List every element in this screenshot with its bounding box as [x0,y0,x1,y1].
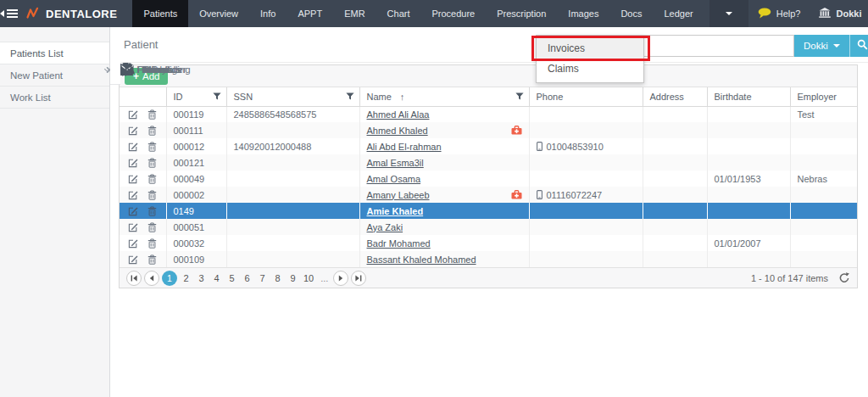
edit-icon[interactable] [128,109,138,120]
pager-last-button[interactable] [351,271,366,286]
edit-icon[interactable] [128,174,138,184]
column-header-birthdate[interactable]: Birthdate [707,87,790,106]
patient-name-link[interactable]: Aya Zaki [367,222,403,232]
pager-page-8[interactable]: 8 [271,273,284,283]
trash-icon[interactable] [147,109,157,120]
edit-icon[interactable] [128,158,138,168]
edit-icon[interactable] [128,206,138,216]
table-row-aya-zaki[interactable]: 000051Aya Zaki [120,219,857,235]
edit-icon[interactable] [128,190,138,200]
help-button[interactable]: Help? [748,8,810,20]
pager-prev-button[interactable] [144,271,159,286]
column-header-phone[interactable]: Phone [529,87,643,106]
edit-icon[interactable] [128,254,138,265]
nav-item-prescription[interactable]: Prescription [486,0,557,27]
nav-item-emr[interactable]: EMR [333,0,376,27]
clinic-button[interactable]: Dokki [810,8,868,20]
nav-item-docs[interactable]: Docs [609,0,653,27]
cell-birthdate [707,106,790,122]
cell-address [643,154,707,171]
edit-icon[interactable] [128,126,138,136]
trash-icon[interactable] [147,142,157,152]
trash-icon[interactable] [147,206,157,216]
trash-icon[interactable] [147,238,157,249]
trash-icon[interactable] [147,222,157,232]
patient-name-link[interactable]: Amal Esma3il [367,158,424,168]
pager-page-3[interactable]: 3 [195,273,208,283]
trash-icon[interactable] [147,254,157,265]
table-row-bassant-khaled-mohamed[interactable]: 000109Bassant Khaled Mohamed [120,251,857,267]
patient-name-link[interactable]: Amal Osama [367,174,421,184]
sidebar-item-analytics[interactable]: Analytics [110,54,120,85]
trash-icon[interactable] [147,158,157,168]
search-scope-button[interactable]: Dokki [794,35,849,57]
cell-name: Amie Khaled [359,203,529,219]
dropdown-item-invoices[interactable]: Invoices [537,38,643,59]
table-row-amie-khaled[interactable]: 0149Amie Khaled [120,203,857,219]
pager-page-9[interactable]: 9 [287,273,299,283]
patient-name-link[interactable]: Amany Labeeb [367,190,430,200]
cell-birthdate: 01/01/2007 [707,235,790,251]
trash-icon[interactable] [147,190,157,200]
cell-phone [529,171,643,187]
patient-name-link[interactable]: Badr Mohamed [367,238,431,249]
patient-name-link[interactable]: Ahmed Ali Alaa [367,109,430,120]
pager-page-5[interactable]: 5 [225,273,238,283]
table-row-amal-esma3il[interactable]: 000121Amal Esma3il [120,154,857,171]
dropdown-item-claims[interactable]: Claims [537,59,643,79]
patient-name-link[interactable]: Ahmed Khaled [367,126,428,136]
pager-page-6[interactable]: 6 [241,273,253,283]
column-header-address[interactable]: Address [643,87,707,106]
filter-funnel-icon[interactable] [213,92,221,100]
nav-item-images[interactable]: Images [557,0,609,27]
nav-item-procedure[interactable]: Procedure [420,0,486,27]
sidebar-item-work-list[interactable]: Work List [0,87,109,109]
table-row-badr-mohamed[interactable]: 000032Badr Mohamed01/01/2007 [120,235,857,251]
nav-item-ledger[interactable]: Ledger [653,0,704,27]
brand-logo[interactable]: DENTALORE [26,0,117,27]
nav-item-overview[interactable]: Overview [188,0,249,27]
filter-funnel-icon[interactable] [346,92,354,100]
table-row-ahmed-khaled[interactable]: 000111Ahmed Khaled [120,122,857,138]
pager-page-7[interactable]: 7 [256,273,269,283]
trash-icon[interactable] [147,174,157,184]
patient-name-link[interactable]: Amie Khaled [367,206,424,216]
table-row-amal-osama[interactable]: 000049Amal Osama01/01/1953Nebras [120,171,857,187]
patient-name-link[interactable]: Ali Abd El-rahman [367,142,442,152]
trash-icon[interactable] [147,126,157,136]
search-button[interactable] [849,35,868,57]
sidebar-item-patients-list[interactable]: Patients List [0,42,109,64]
cell-phone [529,219,643,235]
column-header-ssn[interactable]: SSN [226,87,359,106]
cell-phone [529,235,643,251]
column-header-id[interactable]: ID [166,87,226,106]
pager-first-button[interactable] [126,271,142,286]
pulse-logo-icon [26,7,40,21]
column-header-employer[interactable]: Employer [790,87,857,106]
pager-page-4[interactable]: 4 [210,273,223,283]
table-row-ahmed-ali-alaa[interactable]: 0001192485886548568575Ahmed Ali AlaaTest [120,106,857,122]
refresh-icon[interactable] [838,272,850,284]
edit-icon[interactable] [128,222,138,232]
edit-icon[interactable] [128,142,138,152]
nav-item-patients[interactable]: Patients [132,0,188,27]
pager-page-10[interactable]: 10 [302,273,315,283]
table-row-amany-labeeb[interactable]: 000002Amany Labeeb01116072247 [120,187,857,203]
edit-icon[interactable] [128,238,138,249]
sidebar-collapse-icon[interactable] [0,0,18,27]
nav-item-info[interactable]: Info [249,0,287,27]
nav-more-dropdown[interactable] [709,0,748,27]
cell-employer [790,251,857,267]
pager-page-1[interactable]: 1 [162,271,177,286]
patient-name-link[interactable]: Bassant Khaled Mohamed [367,254,476,265]
nav-item-chart[interactable]: Chart [376,0,421,27]
pager-next-button[interactable] [333,271,348,286]
nav-item-appt[interactable]: APPT [287,0,333,27]
column-label: Address [650,92,684,102]
filter-funnel-icon[interactable] [515,92,524,100]
pager-page-2[interactable]: 2 [180,273,192,283]
sidebar-item-new-patient[interactable]: New Patient [0,64,109,87]
table-row-ali-abd-el-rahman[interactable]: 000012140920012000488Ali Abd El-rahman01… [120,138,857,154]
column-header-name[interactable]: Name↑ [359,87,529,106]
actions-cell [120,203,166,219]
